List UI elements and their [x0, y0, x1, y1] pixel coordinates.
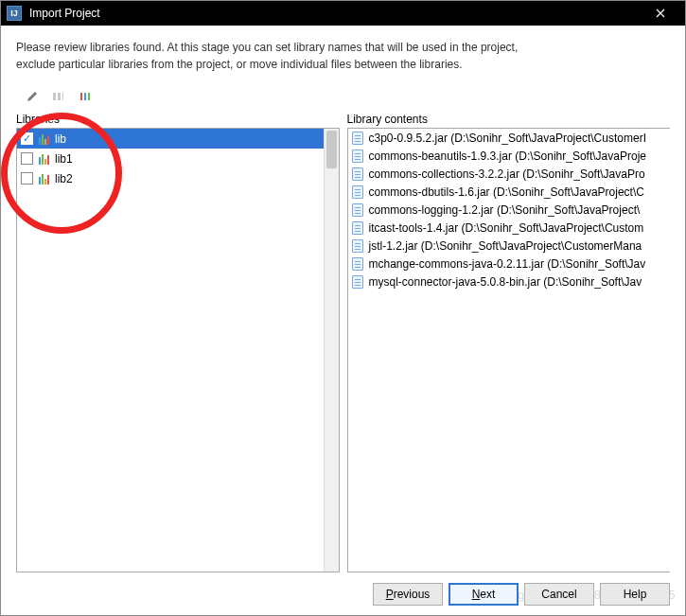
jar-icon: [352, 221, 363, 235]
content-row[interactable]: commons-logging-1.2.jar (D:\Sonihr_Soft\…: [348, 201, 671, 219]
content-row[interactable]: c3p0-0.9.5.2.jar (D:\Sonihr_Soft\JavaPro…: [348, 129, 671, 147]
previous-label-rest: revious: [394, 588, 431, 601]
library-name: lib1: [55, 152, 73, 166]
jar-icon: [352, 167, 363, 181]
content-filename: mysql-connector-java-5.0.8-bin.jar (D:\S…: [369, 275, 642, 289]
contents-panel: Library contents c3p0-0.9.5.2.jar (D:\So…: [347, 113, 671, 572]
scrollbar[interactable]: [324, 129, 339, 572]
library-row[interactable]: lib: [17, 129, 339, 149]
svg-rect-4: [84, 93, 86, 100]
split-icon[interactable]: [50, 88, 67, 105]
content-row[interactable]: itcast-tools-1.4.jar (D:\Sonihr_Soft\Jav…: [348, 219, 671, 237]
content-filename: c3p0-0.9.5.2.jar (D:\Sonihr_Soft\JavaPro…: [369, 132, 646, 145]
app-icon: IJ: [7, 6, 22, 21]
jar-icon: [352, 150, 363, 163]
jar-icon: [352, 239, 363, 253]
content-filename: commons-logging-1.2.jar (D:\Sonihr_Soft\…: [369, 203, 641, 217]
libraries-list[interactable]: liblib1lib2: [16, 128, 340, 572]
content-row[interactable]: commons-dbutils-1.6.jar (D:\Sonihr_Soft\…: [348, 183, 671, 201]
library-name: lib: [55, 132, 66, 146]
description-line1: Please review libraries found. At this s…: [16, 39, 670, 56]
edit-icon[interactable]: [24, 88, 41, 105]
library-checkbox[interactable]: [21, 152, 33, 165]
contents-list[interactable]: c3p0-0.9.5.2.jar (D:\Sonihr_Soft\JavaPro…: [347, 128, 671, 572]
content-filename: commons-beanutils-1.9.3.jar (D:\Sonihr_S…: [369, 150, 646, 163]
content-filename: jstl-1.2.jar (D:\Sonihr_Soft\JavaProject…: [369, 239, 642, 253]
scrollbar-thumb[interactable]: [326, 131, 337, 168]
libraries-label: Libraries: [16, 113, 340, 126]
content-row[interactable]: commons-collections-3.2.2.jar (D:\Sonihr…: [348, 165, 671, 183]
library-icon: [39, 133, 49, 145]
close-icon: [656, 9, 665, 18]
jar-icon: [352, 203, 363, 217]
content-row[interactable]: mchange-commons-java-0.2.11.jar (D:\Soni…: [348, 255, 671, 273]
next-button[interactable]: Next: [449, 583, 519, 606]
content-filename: commons-collections-3.2.2.jar (D:\Sonihr…: [369, 167, 645, 181]
content-row[interactable]: commons-beanutils-1.9.3.jar (D:\Sonihr_S…: [348, 147, 671, 165]
jar-icon: [352, 185, 363, 199]
library-name: lib2: [55, 172, 73, 185]
content-filename: mchange-commons-java-0.2.11.jar (D:\Soni…: [369, 257, 646, 271]
content-filename: itcast-tools-1.4.jar (D:\Sonihr_Soft\Jav…: [369, 221, 644, 235]
merge-icon[interactable]: [77, 88, 94, 105]
libraries-panel: Libraries liblib1lib2: [16, 113, 340, 572]
cancel-button[interactable]: Cancel: [524, 583, 594, 606]
toolbar: [16, 86, 670, 111]
library-row[interactable]: lib1: [17, 149, 339, 168]
close-button[interactable]: [642, 1, 679, 26]
previous-button[interactable]: Previous: [373, 583, 443, 606]
svg-rect-0: [53, 93, 56, 100]
titlebar: IJ Import Project: [1, 1, 685, 26]
content-filename: commons-dbutils-1.6.jar (D:\Sonihr_Soft\…: [369, 185, 644, 199]
content-row[interactable]: mysql-connector-java-5.0.8-bin.jar (D:\S…: [348, 273, 671, 290]
dialog-content: Please review libraries found. At this s…: [1, 26, 685, 572]
library-icon: [39, 173, 49, 185]
content-row[interactable]: jstl-1.2.jar (D:\Sonihr_Soft\JavaProject…: [348, 237, 671, 255]
svg-rect-3: [80, 93, 82, 100]
panels: Libraries liblib1lib2 Library contents c…: [16, 113, 670, 572]
contents-label: Library contents: [347, 113, 671, 126]
window-title: Import Project: [29, 7, 642, 20]
button-bar: Previous Next Cancel Help: [373, 583, 670, 606]
help-button[interactable]: Help: [600, 583, 670, 606]
library-checkbox[interactable]: [21, 132, 33, 145]
next-label-rest: ext: [480, 588, 495, 601]
jar-icon: [352, 275, 363, 289]
jar-icon: [352, 132, 363, 145]
description-line2: exclude particular libraries from the pr…: [16, 56, 670, 73]
svg-rect-5: [88, 93, 90, 100]
svg-rect-2: [62, 93, 63, 100]
description: Please review libraries found. At this s…: [16, 39, 670, 73]
jar-icon: [352, 257, 363, 271]
library-icon: [39, 153, 49, 165]
library-checkbox[interactable]: [21, 172, 33, 185]
svg-rect-1: [58, 93, 61, 100]
library-row[interactable]: lib2: [17, 168, 339, 188]
